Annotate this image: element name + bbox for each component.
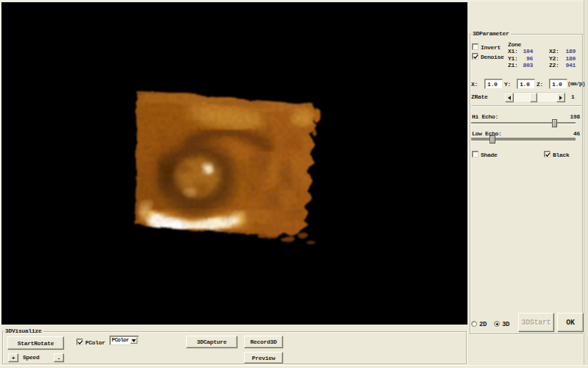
parameter-divider <box>471 105 582 107</box>
black-checkbox[interactable] <box>544 151 551 158</box>
shade-label: Shade <box>481 152 498 158</box>
scale-x-input[interactable]: 1.0 <box>484 79 503 89</box>
low-echo-thumb[interactable] <box>490 135 495 144</box>
ok-button[interactable]: OK <box>557 313 584 332</box>
invert-checkbox[interactable] <box>472 43 478 50</box>
capture-button[interactable]: 3DCapture <box>186 336 237 348</box>
zrate-scroll-thumb[interactable] <box>530 93 537 102</box>
zrate-scroll-left-button[interactable] <box>505 93 514 102</box>
pcolor-dropdown-button[interactable] <box>130 337 137 344</box>
speed-plus-label: + <box>12 354 15 361</box>
zrate-value: 1 <box>571 93 575 100</box>
capture-label: 3DCapture <box>197 339 227 345</box>
denoise-checkbox[interactable] <box>472 53 478 60</box>
zone-y2-value: 180 <box>557 55 576 62</box>
visualize-group-title: 3DVisualize <box>4 328 43 334</box>
window-edge-bottom <box>0 365 588 368</box>
scale-x-label: X: <box>471 81 478 88</box>
hi-echo-slider[interactable] <box>471 118 576 128</box>
pcolor-dropdown-value: PColor <box>112 337 129 344</box>
radio-selected-dot <box>496 323 498 325</box>
zone-x2-value: 189 <box>557 48 576 54</box>
black-label: Black <box>553 152 570 158</box>
speed-plus-button[interactable]: + <box>8 353 18 362</box>
start-rotate-button[interactable]: StartRotate <box>7 336 64 350</box>
low-echo-track <box>471 138 576 141</box>
zrate-label: ZRate <box>471 93 488 100</box>
start-rotate-label: StartRotate <box>18 339 54 346</box>
zone-z2-value: 941 <box>557 62 576 68</box>
zone-y1-value: 96 <box>514 55 533 62</box>
zrate-scroll-right-button[interactable] <box>556 93 565 102</box>
window-edge-top <box>0 0 588 1</box>
mode-2d-radio[interactable] <box>471 321 477 327</box>
zone-label: Zone <box>508 41 521 48</box>
render-viewport[interactable] <box>1 2 467 325</box>
record-label: Record3D <box>250 339 276 345</box>
denoise-label: Denoise <box>481 54 504 60</box>
3dstart-button[interactable]: 3DStart <box>518 313 554 332</box>
ultrasound-volume-image <box>1 2 467 325</box>
speed-label: Speed <box>23 354 40 361</box>
low-echo-slider[interactable] <box>471 134 576 144</box>
speed-minus-button[interactable]: - <box>54 353 64 362</box>
zone-z1-value: 803 <box>514 62 533 68</box>
scale-y-value: 1.0 <box>520 81 530 88</box>
scroll-right-arrow-icon <box>559 96 562 100</box>
scroll-left-arrow-icon <box>508 96 511 100</box>
mode-3d-label: 3D <box>502 322 509 328</box>
mode-2d-label: 2D <box>479 322 487 328</box>
pcolor-label: PColor <box>85 339 105 346</box>
mode-3d-radio[interactable] <box>494 321 500 327</box>
preview-label: Preview <box>252 354 276 361</box>
scale-y-label: Y: <box>504 81 511 88</box>
pcolor-checkbox[interactable] <box>76 339 83 345</box>
record-button[interactable]: Record3D <box>244 336 283 348</box>
shade-checkbox[interactable] <box>472 151 478 158</box>
scale-z-value: 1.0 <box>552 81 562 88</box>
window-edge-right <box>584 0 588 368</box>
scale-x-value: 1.0 <box>487 81 498 88</box>
hi-echo-track <box>471 122 576 124</box>
scale-z-label: Z: <box>537 81 543 88</box>
scale-unit-label: (mm/p) <box>567 81 585 88</box>
speed-minus-label: - <box>57 354 61 361</box>
preview-button[interactable]: Preview <box>244 352 283 364</box>
parameter-group-title: 3DParameter <box>471 30 511 37</box>
hi-echo-thumb[interactable] <box>552 119 557 127</box>
zrate-scrollbar[interactable] <box>505 92 565 102</box>
scale-y-input[interactable]: 1.0 <box>517 79 535 89</box>
dropdown-arrow-icon <box>132 339 136 342</box>
invert-label: Invert <box>481 44 501 51</box>
scale-z-input[interactable]: 1.0 <box>549 79 567 89</box>
zone-x1-value: 104 <box>514 48 533 54</box>
pcolor-dropdown[interactable]: PColor <box>110 336 139 345</box>
